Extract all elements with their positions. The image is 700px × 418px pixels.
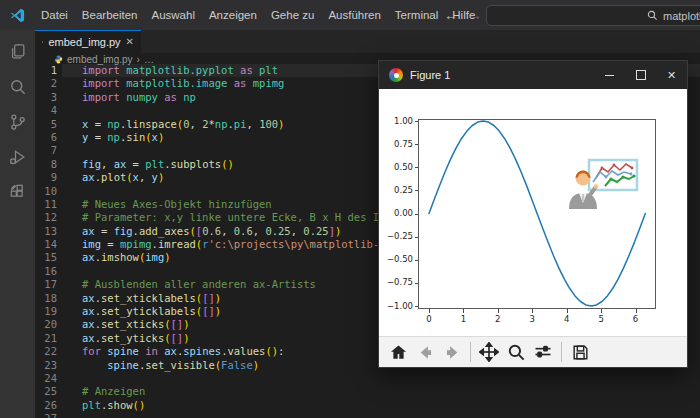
y-tick-label: −0.75 [383, 277, 413, 287]
forward-icon[interactable] [440, 340, 464, 364]
code-text: import numpy as np [82, 91, 196, 104]
figure-title-bar[interactable]: Figure 1 ✕ [379, 61, 687, 89]
figure-window: Figure 1 ✕ [378, 60, 688, 368]
menu-bearbeiten[interactable]: Bearbeiten [75, 5, 145, 25]
maximize-icon[interactable] [625, 61, 656, 89]
code-text: ax = fig.add_axes([0.6, 0.6, 0.25, 0.25]… [82, 225, 341, 238]
line-number: 10 [35, 185, 57, 198]
y-tick-label: 0.75 [383, 139, 413, 149]
code-line[interactable]: 24 [35, 372, 700, 385]
line-number: 5 [35, 118, 57, 131]
close-icon[interactable]: ✕ [656, 61, 687, 89]
line-number: 12 [35, 211, 57, 224]
line-number: 1 [35, 64, 57, 77]
home-icon[interactable] [386, 340, 410, 364]
line-number: 20 [35, 318, 57, 331]
configure-subplots-icon[interactable] [531, 340, 555, 364]
code-text: ax.plot(x, y) [82, 171, 164, 184]
minimize-icon[interactable] [594, 61, 625, 89]
line-number: 9 [35, 171, 57, 184]
x-tick-mark [463, 309, 464, 313]
line-number: 19 [35, 305, 57, 318]
y-tick-mark [415, 121, 419, 122]
command-search-box[interactable]: matplotlib [486, 5, 700, 26]
line-number: 27 [35, 412, 57, 418]
source-control-icon[interactable] [7, 111, 29, 133]
x-tick-mark [601, 309, 602, 313]
y-tick-mark [415, 190, 419, 191]
line-number: 24 [35, 372, 57, 385]
extensions-icon[interactable] [7, 181, 29, 203]
line-number: 8 [35, 158, 57, 171]
tab-close-icon[interactable]: ✕ [126, 37, 134, 47]
code-text: ax.imshow(img) [82, 251, 171, 264]
tab-embed-img-py[interactable]: embed_img.py ✕ [35, 30, 141, 53]
line-number: 15 [35, 251, 57, 264]
y-tick-mark [415, 283, 419, 284]
nav-back-icon[interactable]: ← [443, 7, 459, 23]
y-tick-label: 0.25 [383, 185, 413, 195]
menu-bar: Datei Bearbeiten Auswahl Anzeigen Gehe z… [0, 0, 700, 30]
code-line[interactable]: 25# Anzeigen [35, 385, 700, 398]
explorer-icon[interactable] [7, 41, 29, 63]
code-text: import matplotlib.pyplot as plt [82, 64, 278, 77]
code-line[interactable]: 27 [35, 412, 700, 418]
x-tick-mark [532, 309, 533, 313]
menu-terminal[interactable]: Terminal [388, 5, 445, 25]
activity-bar [0, 30, 35, 418]
y-tick-mark [415, 214, 419, 215]
plot-canvas[interactable]: 1.000.750.500.250.00−0.25−0.50−0.75−1.00… [379, 89, 687, 338]
code-text: # Parameter: x,y linke untere Ecke, B x … [82, 211, 411, 224]
run-debug-icon[interactable] [7, 146, 29, 168]
line-number: 14 [35, 238, 57, 251]
code-text: plt.show() [82, 399, 145, 412]
search-icon[interactable] [7, 76, 29, 98]
save-icon[interactable] [568, 340, 592, 364]
x-tick-label: 2 [486, 314, 510, 324]
menu-auswahl[interactable]: Auswahl [144, 5, 201, 25]
breadcrumb-file: embed_img.py [67, 54, 133, 65]
x-tick-mark [429, 309, 430, 313]
line-number: 25 [35, 385, 57, 398]
x-tick-mark [498, 309, 499, 313]
line-number: 26 [35, 399, 57, 412]
y-tick-mark [415, 260, 419, 261]
line-number: 4 [35, 104, 57, 117]
code-line[interactable]: 26plt.show() [35, 399, 700, 412]
y-tick-label: 0.00 [383, 208, 413, 218]
nav-forward-icon[interactable]: → [467, 7, 483, 23]
menu-gehe-zu[interactable]: Gehe zu [264, 5, 321, 25]
matplotlib-logo-icon [389, 68, 403, 82]
line-number: 21 [35, 332, 57, 345]
breadcrumb-separator: › [137, 54, 140, 65]
line-number: 11 [35, 198, 57, 211]
line-number: 13 [35, 225, 57, 238]
line-number: 3 [35, 91, 57, 104]
zoom-icon[interactable] [504, 340, 528, 364]
y-tick-label: −1.00 [383, 301, 413, 311]
code-text: # Anzeigen [82, 385, 145, 398]
menu-anzeigen[interactable]: Anzeigen [202, 5, 264, 25]
pan-icon[interactable] [477, 340, 501, 364]
x-tick-mark [567, 309, 568, 313]
back-icon[interactable] [413, 340, 437, 364]
toolbar-separator [561, 342, 562, 362]
line-number: 17 [35, 278, 57, 291]
y-tick-label: 0.50 [383, 162, 413, 172]
menu-datei[interactable]: Datei [34, 5, 75, 25]
menu-ausfuehren[interactable]: Ausführen [321, 5, 387, 25]
tab-bar: embed_img.py ✕ [35, 30, 700, 53]
y-tick-label: 1.00 [383, 116, 413, 126]
toolbar-separator [470, 342, 471, 362]
y-tick-mark [415, 167, 419, 168]
x-tick-label: 1 [451, 314, 475, 324]
line-number: 18 [35, 292, 57, 305]
breadcrumb[interactable]: embed_img.py › … [35, 53, 399, 66]
vscode-window: Datei Bearbeiten Auswahl Anzeigen Gehe z… [0, 0, 700, 418]
y-tick-mark [415, 306, 419, 307]
code-text: for spine in ax.spines.values(): [82, 345, 284, 358]
line-number: 23 [35, 359, 57, 372]
line-number: 22 [35, 345, 57, 358]
x-tick-mark [636, 309, 637, 313]
y-tick-mark [415, 144, 419, 145]
